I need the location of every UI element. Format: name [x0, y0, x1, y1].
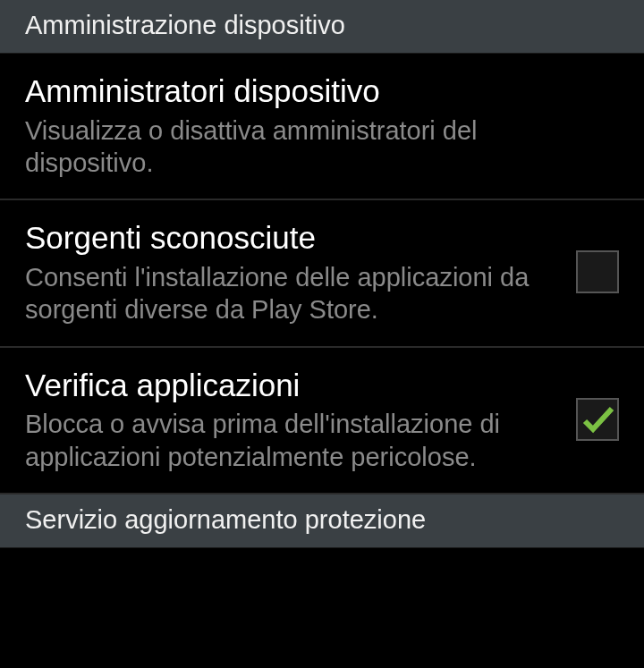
item-title: Amministratori dispositivo — [25, 72, 601, 111]
list-item-content: Sorgenti sconosciute Consenti l'installa… — [25, 218, 576, 326]
checkbox-unknown-sources[interactable] — [576, 250, 619, 293]
list-item-content: Verifica applicazioni Blocca o avvisa pr… — [25, 366, 576, 473]
list-item-device-admins[interactable]: Amministratori dispositivo Visualizza o … — [0, 54, 644, 200]
item-title: Sorgenti sconosciute — [25, 218, 558, 258]
section-header-device-admin: Amministrazione dispositivo — [0, 0, 644, 54]
list-item-unknown-sources[interactable]: Sorgenti sconosciute Consenti l'installa… — [0, 200, 644, 347]
item-title: Verifica applicazioni — [25, 366, 558, 405]
item-subtitle: Consenti l'installazione delle applicazi… — [25, 261, 558, 326]
checkmark-icon — [580, 402, 615, 437]
list-item-content: Amministratori dispositivo Visualizza o … — [25, 72, 619, 179]
checkbox-verify-apps[interactable] — [576, 398, 619, 441]
item-subtitle: Visualizza o disattiva amministratori de… — [25, 114, 601, 180]
list-item-verify-apps[interactable]: Verifica applicazioni Blocca o avvisa pr… — [0, 348, 644, 495]
section-header-security-update: Servizio aggiornamento protezione — [0, 495, 644, 548]
item-subtitle: Blocca o avvisa prima dell'installazione… — [25, 408, 558, 473]
